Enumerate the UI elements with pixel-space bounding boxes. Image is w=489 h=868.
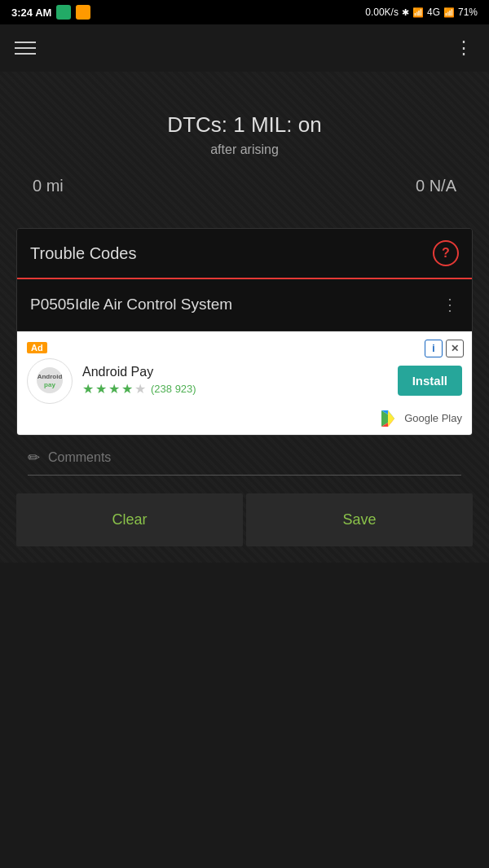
dtc-na-value: 0 N/A [416,177,456,195]
clear-button[interactable]: Clear [16,493,243,546]
ad-rating-count: (238 923) [151,383,196,395]
ad-footer: Google Play [27,410,462,427]
svg-text:pay: pay [44,381,55,388]
help-icon-button[interactable]: ? [433,240,459,266]
carrier-4g: 4G [427,7,440,18]
network-speed: 0.00K/s [365,7,399,18]
dtc-subtitle: after arising [16,142,473,157]
app-icon-1 [56,5,71,20]
dtc-row-more-button[interactable]: ⋮ [442,295,459,314]
trouble-codes-section: Trouble Codes ? P0505Idle Air Control Sy… [16,228,473,436]
dtc-code-row[interactable]: P0505Idle Air Control System ⋮ [17,279,472,331]
ad-body: Android pay Android Pay ★ ★ ★ ★ ★ (238 9… [27,358,462,404]
trouble-codes-title: Trouble Codes [30,244,136,263]
google-play-icon [381,410,401,427]
svg-point-0 [37,367,63,393]
dtc-info-section: DTCs: 1 MIL: on after arising 0 mi 0 N/A [16,96,473,220]
main-content: DTCs: 1 MIL: on after arising 0 mi 0 N/A… [0,72,489,563]
ad-info-button[interactable]: i [425,340,443,357]
android-pay-logo: Android pay [35,366,64,397]
star-3: ★ [108,381,120,397]
status-left: 3:24 AM [11,5,90,20]
status-right: 0.00K/s ✱ 📶 4G 📶 71% [365,7,478,18]
star-2: ★ [95,381,107,397]
signal-icon-2: 📶 [443,7,455,18]
status-time: 3:24 AM [11,7,51,19]
dtc-code-text: P0505Idle Air Control System [30,294,442,316]
star-1: ★ [82,381,94,397]
hamburger-menu-button[interactable] [15,42,36,55]
bottom-buttons: Clear Save [16,493,473,546]
toolbar: ⋮ [0,24,489,72]
ad-stars: ★ ★ ★ ★ ★ (238 923) [82,381,388,397]
comments-input-row: ✏ [28,449,461,476]
dtc-stats: 0 mi 0 N/A [16,177,473,195]
save-button[interactable]: Save [246,493,473,546]
dtc-title: DTCs: 1 MIL: on [16,112,473,138]
ad-app-info: Android Pay ★ ★ ★ ★ ★ (238 923) [82,365,388,397]
battery-level: 71% [458,7,478,18]
svg-marker-6 [388,410,394,427]
ad-label: Ad [27,342,47,353]
bluetooth-icon: ✱ [402,7,409,18]
ad-info-icon: i [432,343,434,354]
hamburger-line-2 [15,47,36,49]
comments-input[interactable] [48,450,461,465]
trouble-codes-header: Trouble Codes ? [17,229,472,279]
status-bar: 3:24 AM 0.00K/s ✱ 📶 4G 📶 71% [0,0,489,24]
star-4: ★ [121,381,133,397]
more-menu-button[interactable]: ⋮ [455,37,474,59]
google-play-label: Google Play [404,412,462,424]
ad-app-name: Android Pay [82,365,388,379]
ad-close-button[interactable]: ✕ [446,340,464,357]
ad-install-button[interactable]: Install [398,366,462,396]
star-5-half: ★ [134,381,146,397]
hamburger-line-1 [15,42,36,43]
ad-app-icon: Android pay [27,358,73,404]
ad-controls: i ✕ [425,340,464,357]
dtc-code-number: P0505 [30,296,75,313]
help-icon-label: ? [442,246,450,261]
comments-section: ✏ [16,436,473,484]
ad-close-icon: ✕ [451,343,459,354]
pencil-icon: ✏ [28,449,40,467]
dtc-mileage: 0 mi [33,177,64,195]
hamburger-line-3 [15,53,36,55]
svg-text:Android: Android [37,373,63,380]
dtc-code-desc: Idle Air Control System [75,296,232,313]
ad-banner: i ✕ Ad Android pay [17,331,472,435]
app-icon-2 [76,5,90,20]
signal-icon-1: 📶 [412,7,424,18]
